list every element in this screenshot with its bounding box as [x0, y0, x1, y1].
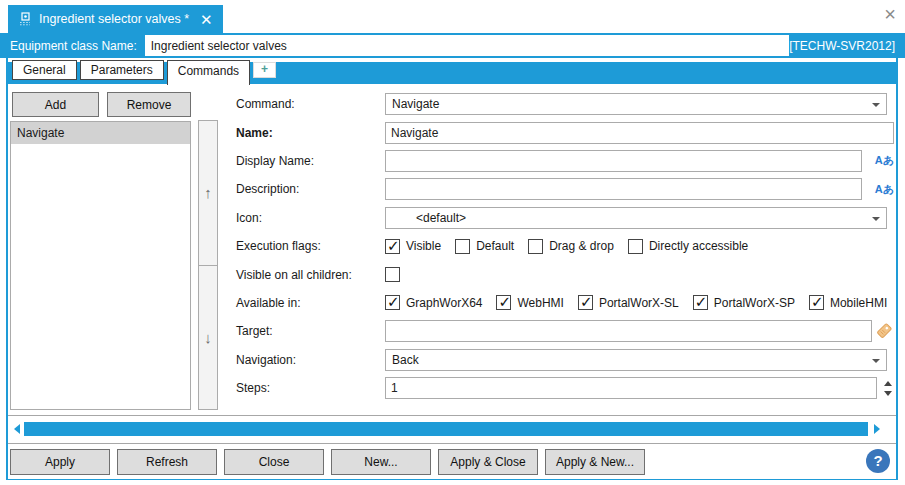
localize-icon[interactable]: Aあ	[862, 153, 896, 168]
steps-input[interactable]	[385, 377, 877, 399]
icon-dropdown[interactable]: <default>	[385, 207, 887, 229]
tag-icon	[876, 323, 892, 339]
description-input[interactable]	[385, 178, 862, 200]
commands-panel: Add Remove Navigate ↑ ↓ Command: Navigat…	[8, 84, 896, 415]
command-label: Command:	[236, 97, 385, 111]
checkbox[interactable]	[455, 239, 470, 254]
flag-visible[interactable]: Visible	[385, 239, 441, 254]
chevron-down-icon	[872, 103, 880, 107]
checkbox[interactable]	[809, 295, 824, 310]
checkbox[interactable]	[628, 239, 643, 254]
navigation-dropdown[interactable]: Back	[385, 349, 887, 371]
form-row-execution-flags: Execution flags: Visible Default Drag	[236, 232, 896, 260]
flag-drag-drop-label: Drag & drop	[549, 239, 614, 253]
available-webhmi[interactable]: WebHMI	[496, 295, 563, 310]
available-portalworx-sl[interactable]: PortalWorX-SL	[578, 295, 679, 310]
checkbox[interactable]	[496, 295, 511, 310]
icon-label: Icon:	[236, 211, 385, 225]
scroll-left-icon[interactable]	[14, 424, 20, 434]
header-bar: Equipment class Name: [TECHW-SVR2012]	[0, 33, 905, 58]
form-row-description: Description: Aあ	[236, 175, 896, 203]
apply-and-close-button[interactable]: Apply & Close	[438, 449, 538, 475]
name-label: Name:	[236, 126, 385, 140]
list-actions: Add Remove	[12, 92, 191, 117]
spinner-down-icon[interactable]	[884, 391, 892, 396]
tab-parameters[interactable]: Parameters	[80, 60, 164, 80]
checkbox[interactable]	[385, 295, 400, 310]
available-graphworx64-label: GraphWorX64	[406, 296, 482, 310]
tab-general[interactable]: General	[12, 60, 77, 80]
chevron-down-icon	[872, 217, 880, 221]
equipment-class-icon	[18, 12, 32, 26]
available-graphworx64[interactable]: GraphWorX64	[385, 295, 482, 310]
help-icon[interactable]: ?	[866, 449, 890, 473]
description-label: Description:	[236, 182, 385, 196]
icon-value: <default>	[392, 211, 466, 225]
command-dropdown[interactable]: Navigate	[385, 93, 887, 115]
form-row-steps: Steps:	[236, 374, 896, 402]
scrollbar-thumb[interactable]	[24, 422, 868, 436]
document-tab-close-icon[interactable]: ✕	[200, 12, 213, 27]
display-name-input[interactable]	[385, 150, 862, 172]
available-portalworx-sl-label: PortalWorX-SL	[599, 296, 679, 310]
available-mobilehmi[interactable]: MobileHMI	[809, 295, 887, 310]
apply-and-new-button[interactable]: Apply & New...	[545, 449, 645, 475]
dialog-body: General Parameters Commands + Add Remove…	[6, 58, 898, 480]
horizontal-scrollbar[interactable]	[8, 415, 896, 443]
target-input[interactable]	[385, 320, 872, 342]
list-item-navigate[interactable]: Navigate	[11, 122, 190, 144]
command-form: Command: Navigate Name: Display Name: Aあ	[236, 90, 896, 402]
execution-flags-label: Execution flags:	[236, 239, 385, 253]
flag-default[interactable]: Default	[455, 239, 514, 254]
apply-button[interactable]: Apply	[10, 449, 110, 475]
command-list[interactable]: Navigate	[10, 121, 191, 410]
flag-directly-accessible-label: Directly accessible	[649, 239, 748, 253]
target-label: Target:	[236, 324, 385, 338]
chevron-down-icon	[872, 359, 880, 363]
spinner-up-icon[interactable]	[884, 381, 892, 386]
footer-bar: Apply Refresh Close New... Apply & Close…	[8, 443, 896, 479]
tab-commands[interactable]: Commands	[167, 60, 250, 85]
scroll-right-icon[interactable]	[874, 424, 880, 434]
steps-label: Steps:	[236, 381, 385, 395]
available-mobilehmi-label: MobileHMI	[830, 296, 887, 310]
flag-visible-label: Visible	[406, 239, 441, 253]
checkbox[interactable]	[578, 295, 593, 310]
remove-button[interactable]: Remove	[107, 92, 191, 117]
execution-flags-group: Visible Default Drag & drop Directl	[385, 239, 896, 254]
arrow-up-icon: ↑	[204, 184, 212, 201]
flag-directly-accessible[interactable]: Directly accessible	[628, 239, 748, 254]
tag-picker-button[interactable]	[872, 323, 896, 339]
equipment-class-name-label: Equipment class Name:	[10, 39, 137, 53]
new-button[interactable]: New...	[331, 449, 431, 475]
window-close-icon[interactable]: ×	[884, 4, 896, 24]
steps-spinner[interactable]	[877, 381, 896, 396]
refresh-button[interactable]: Refresh	[117, 449, 217, 475]
move-up-button[interactable]: ↑	[199, 121, 217, 266]
move-down-button[interactable]: ↓	[199, 266, 217, 410]
document-tab[interactable]: Ingredient selector valves * ✕	[8, 5, 223, 33]
navigation-value: Back	[392, 353, 419, 367]
form-row-available-in: Available in: GraphWorX64 WebHMI Port	[236, 289, 896, 317]
close-button[interactable]: Close	[224, 449, 324, 475]
tab-strip: General Parameters Commands +	[8, 58, 896, 84]
reorder-strip: ↑ ↓	[198, 120, 218, 410]
document-tab-title: Ingredient selector valves *	[39, 12, 189, 26]
form-row-icon: Icon: <default>	[236, 204, 896, 232]
visible-on-all-children-label: Visible on all children:	[236, 268, 385, 282]
add-button[interactable]: Add	[12, 92, 99, 117]
available-webhmi-label: WebHMI	[517, 296, 563, 310]
form-row-navigation: Navigation: Back	[236, 346, 896, 374]
tab-add[interactable]: +	[253, 62, 276, 78]
name-input[interactable]	[385, 122, 894, 144]
checkbox[interactable]	[693, 295, 708, 310]
equipment-class-name-input[interactable]	[145, 35, 789, 56]
available-portalworx-sp[interactable]: PortalWorX-SP	[693, 295, 795, 310]
localize-icon[interactable]: Aあ	[862, 182, 896, 197]
checkbox[interactable]	[385, 239, 400, 254]
flag-drag-drop[interactable]: Drag & drop	[528, 239, 614, 254]
form-row-command: Command: Navigate	[236, 90, 896, 118]
checkbox[interactable]	[528, 239, 543, 254]
visible-on-all-children-checkbox[interactable]	[385, 267, 400, 282]
form-row-visible-on-all-children: Visible on all children:	[236, 260, 896, 288]
